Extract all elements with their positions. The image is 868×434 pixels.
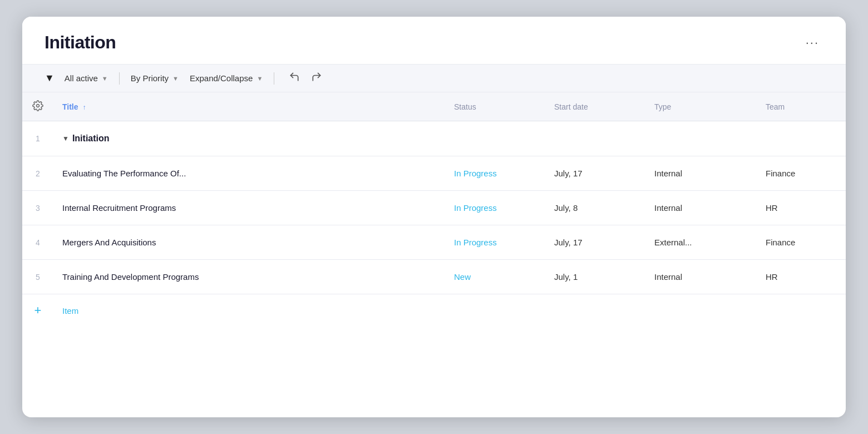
all-active-dropdown[interactable]: All active ▼ [59, 71, 114, 85]
undo-button[interactable] [285, 70, 303, 86]
status-column-header[interactable]: Status [445, 92, 545, 121]
row-type-cell: External... [645, 225, 757, 260]
expand-collapse-dropdown[interactable]: Expand/Collapse ▼ [184, 71, 268, 85]
row-number-2: 2 [22, 156, 53, 191]
filter-icon: ▼ [45, 72, 55, 84]
row-status-cell[interactable]: In Progress [445, 225, 545, 260]
row-type-cell: Internal [645, 191, 757, 225]
collapse-arrow-icon[interactable]: ▼ [62, 135, 69, 142]
more-button[interactable]: ··· [801, 33, 823, 52]
row-team-cell: HR [757, 260, 846, 294]
undo-icon [289, 71, 300, 82]
type-column-header[interactable]: Type [645, 92, 757, 121]
redo-icon [311, 71, 322, 82]
table-row: 4 Mergers And Acquisitions In Progress J… [22, 225, 846, 260]
settings-column-header[interactable] [22, 92, 53, 121]
row-number-3: 3 [22, 191, 53, 225]
card-header: Initiation ··· [22, 17, 846, 64]
row-date-cell: July, 17 [545, 156, 645, 191]
group-date-cell [545, 121, 645, 156]
row-date-cell: July, 8 [545, 191, 645, 225]
toolbar-actions [285, 70, 326, 86]
start-date-column-header[interactable]: Start date [545, 92, 645, 121]
row-team-cell: Finance [757, 225, 846, 260]
add-item-label: Item [62, 306, 78, 315]
main-table: Title ↑ Status Start date Type Team 1 ▼ [22, 92, 846, 327]
title-column-header[interactable]: Title ↑ [53, 92, 445, 121]
row-number-1: 1 [22, 121, 53, 156]
group-title-cell[interactable]: ▼ Initiation [53, 121, 445, 156]
toolbar-separator-1 [119, 72, 120, 85]
row-title-cell[interactable]: Evaluating The Performance Of... [53, 156, 445, 191]
group-type-cell [645, 121, 757, 156]
row-number-5: 5 [22, 260, 53, 294]
row-date-cell: July, 1 [545, 260, 645, 294]
add-item-button[interactable]: Item [62, 306, 78, 315]
row-status-cell[interactable]: In Progress [445, 191, 545, 225]
group-team-cell [757, 121, 846, 156]
table-row: 2 Evaluating The Performance Of... In Pr… [22, 156, 846, 191]
svg-point-0 [37, 105, 40, 107]
row-date-cell: July, 17 [545, 225, 645, 260]
table-row: 3 Internal Recruitment Programs In Progr… [22, 191, 846, 225]
add-item-row: + Item [22, 294, 846, 327]
main-card: Initiation ··· ▼ All active ▼ By Priorit… [22, 17, 846, 417]
toolbar-separator-2 [274, 72, 274, 85]
row-type-cell: Internal [645, 156, 757, 191]
group-row: 1 ▼ Initiation [22, 121, 846, 156]
row-number-4: 4 [22, 225, 53, 260]
row-type-cell: Internal [645, 260, 757, 294]
row-title-cell[interactable]: Mergers And Acquisitions [53, 225, 445, 260]
team-column-header[interactable]: Team [757, 92, 846, 121]
chevron-down-icon: ▼ [102, 75, 108, 82]
chevron-down-icon: ▼ [172, 75, 179, 82]
gear-icon [32, 100, 43, 111]
page-title: Initiation [45, 32, 116, 53]
row-team-cell: Finance [757, 156, 846, 191]
row-status-cell[interactable]: In Progress [445, 156, 545, 191]
table-row: 5 Training And Development Programs New … [22, 260, 846, 294]
toolbar: ▼ All active ▼ By Priority ▼ Expand/Coll… [22, 64, 846, 92]
add-item-cell[interactable]: Item [53, 294, 846, 327]
row-title-cell[interactable]: Internal Recruitment Programs [53, 191, 445, 225]
row-status-cell[interactable]: New [445, 260, 545, 294]
redo-button[interactable] [308, 70, 326, 86]
row-team-cell: HR [757, 191, 846, 225]
group-status-cell [445, 121, 545, 156]
table-wrap: Title ↑ Status Start date Type Team 1 ▼ [22, 92, 846, 327]
table-header-row: Title ↑ Status Start date Type Team [22, 92, 846, 121]
sort-arrow-icon: ↑ [82, 103, 86, 111]
row-title-cell[interactable]: Training And Development Programs [53, 260, 445, 294]
by-priority-dropdown[interactable]: By Priority ▼ [125, 71, 184, 85]
chevron-down-icon: ▼ [257, 75, 263, 82]
add-row-plus[interactable]: + [22, 294, 53, 327]
